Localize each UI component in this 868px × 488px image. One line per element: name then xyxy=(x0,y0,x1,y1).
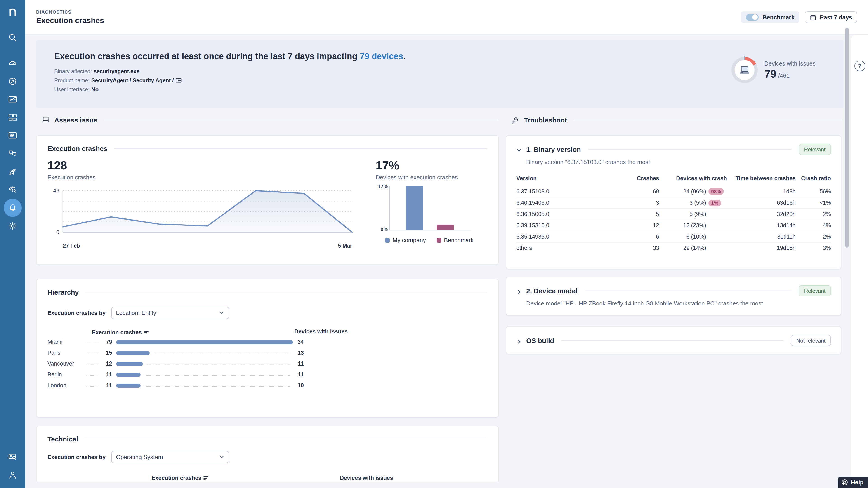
monitor-chart-icon xyxy=(8,94,18,104)
detail-value: securityagent.exe xyxy=(94,68,140,74)
sidebar-item-applications[interactable] xyxy=(4,127,22,144)
sidebar-item-remote-actions[interactable] xyxy=(4,448,22,466)
help-button[interactable]: Help xyxy=(838,477,868,488)
hierarchy-table-header: Execution crashes Devices with issues xyxy=(48,328,487,337)
sidebar-item-explore[interactable] xyxy=(4,72,22,90)
sidebar-item-investigate[interactable] xyxy=(4,181,22,199)
hierarchy-card: Hierarchy Execution crashes by Location:… xyxy=(36,279,499,418)
vertical-scrollbar-thumb[interactable] xyxy=(845,28,848,248)
devices-cell: 12 (23%) xyxy=(683,222,706,229)
crashes-bar xyxy=(116,383,141,387)
hierarchy-row: Vancouver 12 11 xyxy=(48,358,487,369)
sidebar-item-dashboards[interactable] xyxy=(4,108,22,127)
sidebar-item-overview[interactable] xyxy=(4,54,22,72)
person-icon xyxy=(8,470,18,480)
devices-value: 34 xyxy=(293,339,304,345)
summary-banner: Execution crashes occurred at least once… xyxy=(36,40,844,108)
crashes-bar xyxy=(116,362,143,366)
divider xyxy=(85,292,487,292)
assess-column: Assess issue Execution crashes 128 Execu… xyxy=(36,108,499,488)
relevant-badge[interactable]: Relevant xyxy=(799,285,831,296)
device-model-subtitle: Device model "HP - HP ZBook Firefly 14 i… xyxy=(526,300,831,307)
benchmark-bar-chart: 17% 0% xyxy=(389,186,471,230)
crashes-bar xyxy=(116,351,150,355)
sidebar-item-alerts[interactable] xyxy=(4,199,22,217)
hierarchy-by-select[interactable]: Location: Entity xyxy=(111,307,229,319)
product-grid-icon[interactable] xyxy=(176,77,182,84)
devices-widget-label: Devices with issues xyxy=(764,60,815,67)
technical-card: Technical Execution crashes by Operating… xyxy=(36,426,499,488)
hierarchy-row: Miami 79 34 xyxy=(48,337,487,348)
crashes-cell: 12 xyxy=(627,222,659,229)
crashes-cell: 6 xyxy=(627,234,659,240)
divider xyxy=(104,120,499,120)
charts-row: 128 Execution crashes 460 27 Feb 5 Mar 1… xyxy=(48,159,487,249)
sidebar-item-settings[interactable] xyxy=(4,217,22,235)
column-header: Time between crashes xyxy=(727,175,796,182)
troubleshoot-section-header: Troubleshoot xyxy=(511,116,841,124)
my-company-bar xyxy=(406,186,423,230)
laptop-icon xyxy=(41,116,50,124)
hierarchy-row: London 11 10 xyxy=(48,380,487,391)
sidebar-item-profile[interactable] xyxy=(4,466,22,484)
legend-benchmark: Benchmark xyxy=(437,237,474,243)
technical-by-select[interactable]: Operating System xyxy=(111,451,229,463)
devices-cell: 6 (10%) xyxy=(686,234,706,240)
crashes-value: 11 xyxy=(102,382,112,389)
crashes-cell: 33 xyxy=(627,245,659,251)
share-block: 17% Devices with execution crashes 17% 0… xyxy=(376,159,483,249)
sidebar-item-act[interactable] xyxy=(4,163,22,181)
time-cell: 63d16h xyxy=(727,200,796,206)
topbar: DIAGNOSTICS Execution crashes Benchmark … xyxy=(25,0,868,35)
version-cell: 6.39.15316.0 xyxy=(516,222,627,229)
help-label: Help xyxy=(851,479,864,486)
troubleshoot-item-title: OS build xyxy=(526,337,554,344)
sidebar-item-engage[interactable] xyxy=(4,144,22,163)
table-row: 6.37.15103.0 69 24 (96%)98% 1d3h 56% xyxy=(516,186,831,197)
table-row: 6.35.14985.0 6 6 (10%) 31d11h 2% xyxy=(516,231,831,242)
column-header: Version xyxy=(516,175,627,182)
benchmark-toggle[interactable] xyxy=(746,14,758,21)
collapse-chevron[interactable] xyxy=(516,147,522,152)
crashes-cell: 5 xyxy=(627,211,659,217)
crashes-value: 11 xyxy=(102,371,112,378)
sort-header-crashes[interactable]: Execution crashes xyxy=(92,328,149,337)
devices-widget-value: 79 /461 xyxy=(764,68,815,80)
legend-swatch xyxy=(385,238,390,242)
search-icon xyxy=(8,33,18,42)
not-relevant-badge[interactable]: Not relevant xyxy=(791,335,831,346)
nexthink-logo[interactable]: n xyxy=(0,2,25,20)
chevron-right-icon xyxy=(516,289,522,294)
table-header-row: Version Crashes Devices with crash Time … xyxy=(516,173,831,184)
detail-label: Binary affected: xyxy=(54,68,92,74)
hierarchy-rows: Miami 79 34 Paris 15 13 xyxy=(48,337,487,391)
expand-chevron[interactable] xyxy=(516,288,522,293)
column-header-devices: Devices with issues xyxy=(294,328,487,337)
help-circle-icon[interactable]: ? xyxy=(854,61,865,71)
expand-chevron[interactable] xyxy=(516,338,522,343)
benchmark-toggle-group[interactable]: Benchmark xyxy=(741,11,800,23)
ratio-cell: 3% xyxy=(796,245,831,251)
relevant-badge[interactable]: Relevant xyxy=(799,144,831,155)
devices-link[interactable]: 79 devices xyxy=(360,52,403,61)
binary-version-table: Version Crashes Devices with crash Time … xyxy=(516,173,831,254)
version-cell: 6.36.15005.0 xyxy=(516,211,627,217)
time-cell: 19d15h xyxy=(727,245,796,251)
table-row: 6.39.15316.0 12 12 (23%) 13d14h 4% xyxy=(516,220,831,231)
version-cell: 6.35.14985.0 xyxy=(516,234,627,240)
select-value: Operating System xyxy=(116,454,163,460)
sidebar-item-search[interactable] xyxy=(4,29,22,46)
technical-filter-row: Execution crashes by Operating System xyxy=(48,451,487,463)
devices-value: 10 xyxy=(293,382,304,389)
version-cell: others xyxy=(516,245,627,251)
time-cell: 32d20h xyxy=(727,211,796,217)
troubleshoot-column: Troubleshoot 1. Binary version Relevant … xyxy=(506,108,841,354)
sort-desc-icon xyxy=(144,330,149,335)
devices-pct-stat: 17% xyxy=(376,159,483,173)
sidebar-item-monitoring[interactable] xyxy=(4,90,22,108)
devices-value: 11 xyxy=(293,371,304,378)
sort-header-crashes[interactable]: Execution crashes xyxy=(151,475,209,481)
date-range-button[interactable]: Past 7 days xyxy=(805,11,857,23)
divider xyxy=(561,340,783,341)
donut-tick xyxy=(744,56,745,60)
